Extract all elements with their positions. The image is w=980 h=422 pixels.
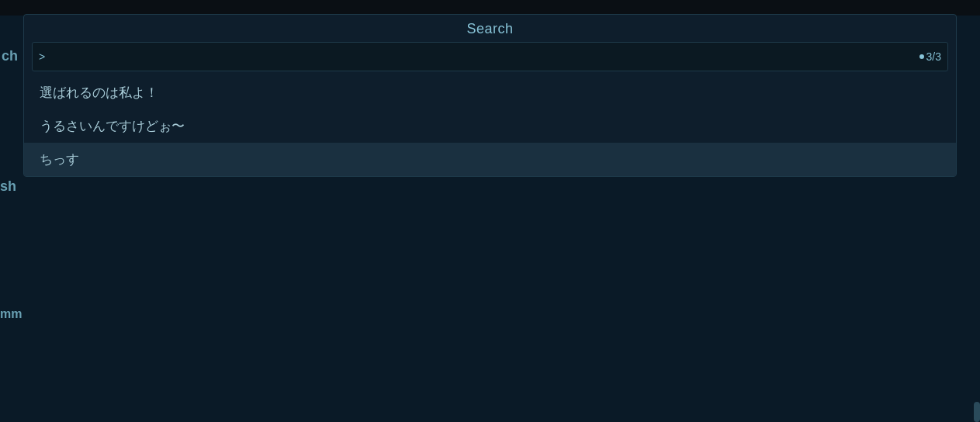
- counter-dot-icon: [919, 54, 924, 59]
- top-bar: [0, 0, 980, 16]
- result-item-1[interactable]: 選ばれるのは私よ！: [24, 76, 956, 109]
- search-dialog: Search > 3/3 選ばれるのは私よ！ うるさいんですけどぉ〜 ちっす: [23, 14, 957, 177]
- chevron-icon: >: [39, 50, 45, 63]
- result-item-3[interactable]: ちっす: [24, 143, 956, 176]
- scrollbar[interactable]: [974, 402, 980, 422]
- left-edge-mid-text: sh: [0, 178, 16, 195]
- search-input-row[interactable]: > 3/3: [32, 42, 948, 71]
- counter-value: 3/3: [926, 50, 941, 63]
- results-list: 選ばれるのは私よ！ うるさいんですけどぉ〜 ちっす: [24, 76, 956, 176]
- search-input[interactable]: [50, 50, 919, 64]
- search-counter: 3/3: [919, 50, 941, 63]
- result-item-2[interactable]: うるさいんですけどぉ〜: [24, 109, 956, 143]
- left-edge-top-text: ch: [0, 48, 18, 64]
- left-edge-bottom-text: mm: [0, 307, 22, 321]
- search-title: Search: [24, 15, 956, 42]
